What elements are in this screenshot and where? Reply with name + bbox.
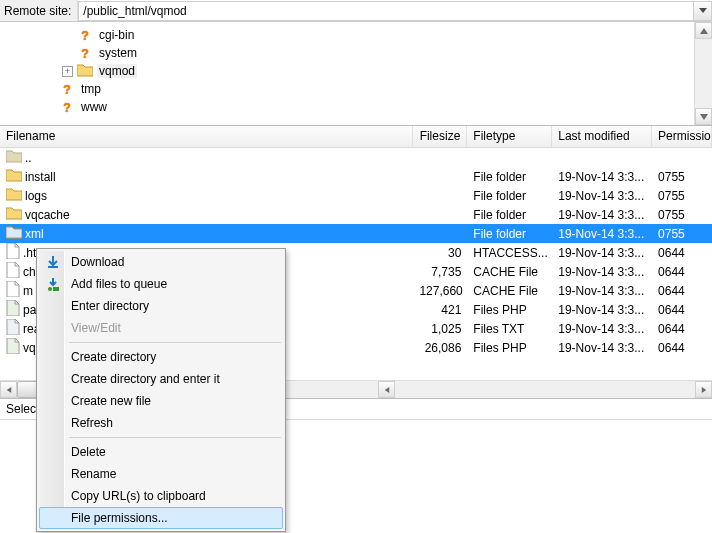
cell-size: 127,660	[413, 284, 467, 298]
cell-size: 30	[413, 246, 467, 260]
menu-item[interactable]: Delete	[39, 441, 283, 463]
remote-tree-pane: ?cgi-bin?system+vqmod?tmp?www	[0, 22, 712, 126]
cell-type: Files PHP	[467, 341, 552, 355]
column-modified[interactable]: Last modified	[552, 126, 652, 147]
cell-type: File folder	[467, 189, 552, 203]
menu-item-label: View/Edit	[71, 321, 121, 335]
scroll-up-button[interactable]	[695, 22, 712, 39]
tree-item-label: tmp	[79, 82, 103, 96]
cell-size: 421	[413, 303, 467, 317]
folder-icon	[6, 187, 22, 204]
cell-permissions: 0644	[652, 322, 712, 336]
table-row[interactable]: logsFile folder19-Nov-14 3:3...0755	[0, 186, 712, 205]
menu-item-label: Refresh	[71, 416, 113, 430]
table-row[interactable]: xmlFile folder19-Nov-14 3:3...0755	[0, 224, 712, 243]
table-row[interactable]: ..	[0, 148, 712, 167]
table-row[interactable]: installFile folder19-Nov-14 3:3...0755	[0, 167, 712, 186]
tree-item-label: cgi-bin	[97, 28, 136, 42]
cell-permissions: 0644	[652, 341, 712, 355]
scroll-right-button-gap[interactable]	[378, 381, 395, 398]
cell-modified: 19-Nov-14 3:3...	[552, 208, 652, 222]
cell-size: 7,735	[413, 265, 467, 279]
txt-file-icon	[6, 319, 20, 338]
file-name: ch	[23, 265, 36, 279]
cell-permissions: 0644	[652, 265, 712, 279]
tree-vertical-scrollbar[interactable]	[694, 22, 712, 125]
menu-separator	[69, 437, 281, 438]
menu-item[interactable]: Add files to queue	[39, 273, 283, 295]
column-filename[interactable]: Filename	[0, 126, 413, 147]
remote-site-label: Remote site:	[0, 0, 78, 21]
context-menu[interactable]: DownloadAdd files to queueEnter director…	[36, 248, 286, 532]
menu-item-label: Create new file	[71, 394, 151, 408]
file-icon	[6, 243, 20, 262]
folder-icon	[77, 63, 93, 79]
cell-type: HTACCESS...	[467, 246, 552, 260]
column-permissions[interactable]: Permissions	[652, 126, 712, 147]
tree-item[interactable]: ?system	[26, 44, 694, 62]
tree-item-label: system	[97, 46, 139, 60]
cell-type: CACHE File	[467, 265, 552, 279]
cell-permissions: 0644	[652, 246, 712, 260]
menu-item[interactable]: Enter directory	[39, 295, 283, 317]
menu-item-label: Download	[71, 255, 124, 269]
chevron-down-icon	[699, 8, 707, 13]
column-filesize[interactable]: Filesize	[413, 126, 467, 147]
cell-modified: 19-Nov-14 3:3...	[552, 227, 652, 241]
tree-item[interactable]: ?tmp	[26, 80, 694, 98]
menu-item-label: Delete	[71, 445, 106, 459]
tree-item[interactable]: +vqmod	[26, 62, 694, 80]
remote-site-row: Remote site:	[0, 0, 712, 22]
remote-path-combo[interactable]	[78, 1, 712, 21]
unknown-icon: ?	[59, 99, 75, 115]
file-name: vq	[23, 341, 36, 355]
file-list-header[interactable]: Filename Filesize Filetype Last modified…	[0, 126, 712, 148]
tree-item[interactable]: ?www	[26, 98, 694, 116]
remote-path-dropdown[interactable]	[693, 2, 711, 20]
tree-expand-icon[interactable]: +	[62, 66, 73, 77]
menu-item[interactable]: Create directory	[39, 346, 283, 368]
tree-item[interactable]: ?cgi-bin	[26, 26, 694, 44]
unknown-icon: ?	[77, 27, 93, 43]
cell-type: File folder	[467, 227, 552, 241]
remote-path-input[interactable]	[79, 2, 693, 20]
cell-permissions: 0644	[652, 303, 712, 317]
folder-icon	[6, 168, 22, 185]
menu-item[interactable]: Copy URL(s) to clipboard	[39, 485, 283, 507]
menu-item-label: Add files to queue	[71, 277, 167, 291]
remote-tree[interactable]: ?cgi-bin?system+vqmod?tmp?www	[0, 22, 694, 125]
menu-item[interactable]: File permissions...	[39, 507, 283, 529]
table-row[interactable]: vqcacheFile folder19-Nov-14 3:3...0755	[0, 205, 712, 224]
scroll-left-button[interactable]	[0, 381, 17, 398]
menu-item[interactable]: Create new file	[39, 390, 283, 412]
menu-item-label: File permissions...	[71, 511, 168, 525]
cell-permissions: 0755	[652, 170, 712, 184]
column-filetype[interactable]: Filetype	[467, 126, 552, 147]
folder-icon	[6, 225, 22, 242]
menu-item[interactable]: Download	[39, 251, 283, 273]
cell-type: File folder	[467, 170, 552, 184]
cell-modified: 19-Nov-14 3:3...	[552, 170, 652, 184]
menu-item: View/Edit	[39, 317, 283, 339]
tree-item-label: vqmod	[97, 64, 137, 78]
svg-rect-0	[48, 266, 58, 268]
php-file-icon	[6, 338, 20, 357]
cell-type: File folder	[467, 208, 552, 222]
file-name: xml	[25, 227, 44, 241]
tree-item-label: www	[79, 100, 109, 114]
scroll-down-button[interactable]	[695, 108, 712, 125]
scroll-right-button[interactable]	[695, 381, 712, 398]
cell-type: Files TXT	[467, 322, 552, 336]
menu-item[interactable]: Refresh	[39, 412, 283, 434]
file-name: install	[25, 170, 56, 184]
menu-item[interactable]: Rename	[39, 463, 283, 485]
cell-modified: 19-Nov-14 3:3...	[552, 284, 652, 298]
svg-rect-2	[53, 287, 59, 291]
menu-item[interactable]: Create directory and enter it	[39, 368, 283, 390]
menu-item-label: Copy URL(s) to clipboard	[71, 489, 206, 503]
cell-permissions: 0755	[652, 208, 712, 222]
cell-size: 26,086	[413, 341, 467, 355]
status-text: Select	[6, 402, 39, 416]
folder-up-icon	[6, 149, 22, 166]
cell-modified: 19-Nov-14 3:3...	[552, 303, 652, 317]
